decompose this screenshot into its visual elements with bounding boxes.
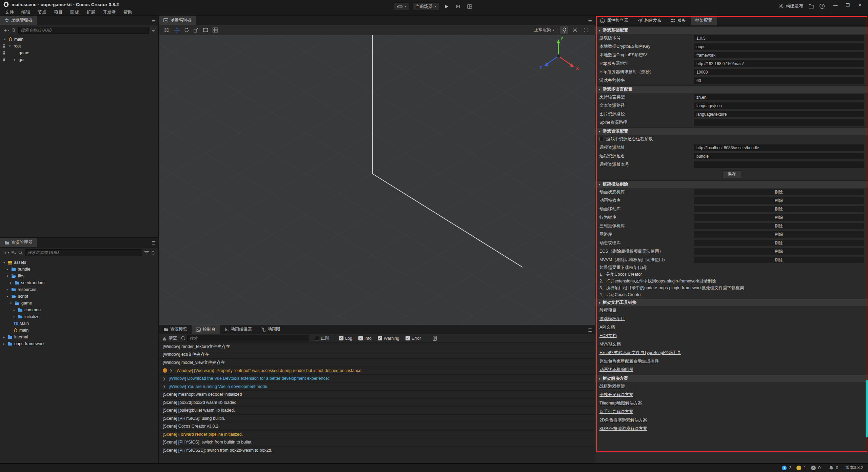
- field-input[interactable]: [694, 111, 864, 117]
- regex-checkbox[interactable]: 正则: [315, 335, 329, 341]
- panel-menu-icon[interactable]: ☰: [152, 18, 156, 23]
- menu-面板[interactable]: 面板: [66, 9, 83, 15]
- scene-picker-select[interactable]: 当前场景 ▾: [412, 2, 440, 11]
- field-input[interactable]: [694, 161, 864, 168]
- play-button[interactable]: [442, 2, 451, 11]
- menu-编辑[interactable]: 编辑: [18, 9, 34, 15]
- remove-module-button[interactable]: 剔除: [694, 189, 864, 195]
- field-input[interactable]: [694, 119, 864, 126]
- filter-error-checkbox[interactable]: ✓Error: [406, 336, 421, 341]
- link-新手引导解决方案[interactable]: 新手引导解决方案: [595, 408, 868, 416]
- remove-module-button[interactable]: 剔除: [694, 206, 864, 212]
- remove-module-button[interactable]: 剔除: [694, 197, 864, 204]
- filter-icon[interactable]: [144, 251, 149, 255]
- tree-node-oops-framework[interactable]: ▸oops-framework: [0, 340, 158, 347]
- log-row-8[interactable]: [Scene] [bullet]:bullet wasm lib loaded.: [159, 407, 595, 415]
- layout-icon[interactable]: [465, 2, 474, 11]
- menu-节点[interactable]: 节点: [34, 9, 50, 15]
- tab-scene-editor[interactable]: 场景编辑器: [159, 16, 196, 25]
- menu-帮助[interactable]: 帮助: [120, 9, 136, 15]
- chevron-right-icon[interactable]: ▸: [14, 58, 19, 61]
- chevron-right-icon[interactable]: ▸: [14, 308, 18, 312]
- tree-node-assets[interactable]: ▾assets: [0, 259, 158, 266]
- field-input[interactable]: [694, 153, 864, 159]
- log-row-1[interactable]: [Window] ecs文件夹存在: [159, 351, 595, 359]
- step-button[interactable]: [454, 2, 462, 11]
- tree-node-gui[interactable]: ▸gui: [0, 56, 158, 63]
- tree-node-root[interactable]: ▾root: [0, 43, 158, 50]
- tree-node-seedrandom[interactable]: ▸seedrandom: [0, 279, 158, 286]
- chevron-down-icon[interactable]: ▾: [7, 295, 11, 298]
- link-战棋游戏框架[interactable]: 战棋游戏框架: [595, 382, 868, 391]
- log-row-0[interactable]: [Window] render_texture文件夹存在: [159, 343, 595, 351]
- move-tool-icon[interactable]: [173, 26, 181, 34]
- log-row-10[interactable]: [Scene] Cocos Creator v3.8.2: [159, 422, 595, 431]
- error-icon[interactable]: ✕: [811, 466, 816, 470]
- scene-viewport[interactable]: Y X Z: [159, 35, 595, 325]
- menu-开发者[interactable]: 开发者: [99, 9, 120, 15]
- menu-项目[interactable]: 项目: [50, 9, 66, 15]
- section-header[interactable]: ▾游戏基础配置: [595, 26, 868, 34]
- warning-icon[interactable]: !: [796, 466, 801, 470]
- panel-menu-icon[interactable]: ☰: [152, 240, 156, 245]
- tree-node-resources[interactable]: ▸resources: [0, 286, 158, 293]
- link-2D角色扮演游戏解决方案[interactable]: 2D角色扮演游戏解决方案: [595, 416, 868, 425]
- assets-search-input[interactable]: [25, 249, 142, 256]
- link-MVVM文档[interactable]: MVVM文档: [595, 340, 868, 349]
- expand-chevron-icon[interactable]: ❯: [170, 369, 172, 372]
- field-input[interactable]: [694, 94, 864, 100]
- collapse-log-icon[interactable]: [433, 336, 437, 341]
- link-Excel格式转Json文件与TypeScript代码工具[interactable]: Excel格式转Json文件与TypeScript代码工具: [595, 349, 868, 357]
- field-input[interactable]: [694, 35, 864, 41]
- rotate-tool-icon[interactable]: [182, 26, 191, 34]
- log-row-9[interactable]: [Scene] [PHYSICS]: using builtin.: [159, 415, 595, 423]
- tree-node-common[interactable]: ▸common: [0, 307, 158, 313]
- log-row-7[interactable]: [Scene] [box2d]:box2d wasm lib loaded.: [159, 399, 595, 407]
- remote-load-checkbox[interactable]: [599, 137, 604, 141]
- menu-文件[interactable]: 文件: [1, 9, 18, 15]
- chevron-right-icon[interactable]: ▸: [3, 342, 8, 346]
- tree-node-libs[interactable]: ▾libs: [0, 273, 158, 279]
- tree-node-main[interactable]: ▾main: [0, 36, 158, 43]
- add-node-button[interactable]: ＋▾: [3, 27, 9, 34]
- tab-动画编辑器[interactable]: 动画编辑器: [220, 325, 257, 334]
- section-header[interactable]: ▾游戏多语言配置: [595, 85, 868, 93]
- project-folder-icon[interactable]: [809, 4, 814, 8]
- link-Tiledmap地图解决方案[interactable]: Tiledmap地图解决方案: [595, 399, 868, 408]
- bulb-icon[interactable]: [560, 26, 568, 34]
- link-动画状态机编辑器[interactable]: 动画状态机编辑器: [595, 366, 868, 374]
- panel-menu-icon[interactable]: ☰: [588, 18, 592, 23]
- log-row-12[interactable]: [Scene] [PHYSICS]: switch from builtin t…: [159, 438, 595, 447]
- axis-gizmo[interactable]: Y X Z: [532, 35, 586, 76]
- log-row-4[interactable]: ❯[Window] Download the Vue Devtools exte…: [159, 375, 595, 383]
- section-header[interactable]: ▾框架文档工具链接: [595, 299, 868, 306]
- gear-icon[interactable]: [571, 26, 579, 34]
- field-input[interactable]: [694, 144, 864, 151]
- chevron-right-icon[interactable]: ▸: [10, 281, 15, 284]
- add-asset-button[interactable]: ＋▾: [3, 250, 9, 256]
- section-header[interactable]: ▾框架解决方案: [595, 375, 868, 382]
- preview-target-select[interactable]: ▾: [394, 2, 410, 11]
- link-全栈开发解决方案[interactable]: 全栈开发解决方案: [595, 391, 868, 399]
- remove-module-button[interactable]: 剔除: [694, 248, 864, 255]
- dimension-toggle[interactable]: 3D: [162, 28, 172, 33]
- remove-module-button[interactable]: 剔除: [694, 240, 864, 246]
- tab-服务[interactable]: 服务: [666, 16, 691, 25]
- field-input[interactable]: [694, 52, 864, 58]
- expand-chevron-icon[interactable]: ❯: [163, 385, 165, 388]
- section-header[interactable]: ▾游戏资源配置: [595, 127, 868, 135]
- tree-node-main[interactable]: main: [0, 327, 158, 334]
- expand-icon[interactable]: [582, 26, 590, 34]
- close-button[interactable]: ✕: [854, 1, 866, 9]
- remove-module-button[interactable]: 剔除: [694, 223, 864, 229]
- field-input[interactable]: [694, 60, 864, 67]
- grid-snap-icon[interactable]: [211, 26, 219, 34]
- chevron-down-icon[interactable]: ▾: [10, 301, 15, 305]
- chevron-down-icon[interactable]: ▾: [9, 44, 14, 48]
- bell-icon[interactable]: [829, 466, 833, 470]
- log-row-3[interactable]: !❯[Window] [Vue warn]: Property "onInput…: [159, 367, 595, 375]
- minimize-button[interactable]: —: [829, 1, 842, 9]
- log-row-11[interactable]: [Scene] Forward render pipeline initiali…: [159, 431, 595, 439]
- tab-动画图[interactable]: 动画图: [256, 325, 285, 334]
- clear-console-button[interactable]: 清空: [162, 335, 177, 341]
